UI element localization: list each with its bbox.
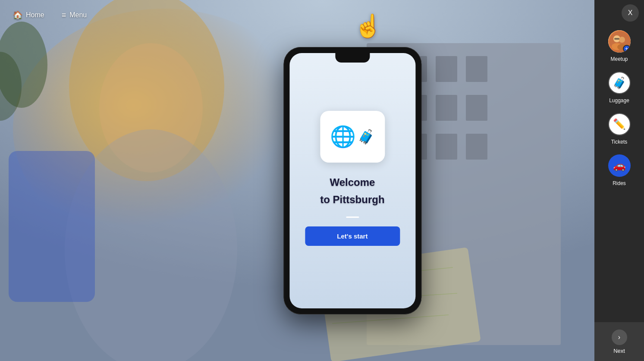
svg-rect-18 [9, 151, 95, 302]
hand-cursor-icon: ☝ [354, 13, 382, 39]
meetup-plus-badge: + [623, 45, 631, 53]
phone-frame: 🌐 🧳 Welcome to Pittsburgh Let's start [283, 47, 421, 314]
globe-icon: 🌐 [330, 125, 356, 149]
app-icon-card: 🌐 🧳 [320, 111, 385, 163]
welcome-divider [346, 217, 359, 218]
tickets-label: Tickets [611, 139, 628, 145]
svg-rect-4 [436, 56, 457, 82]
phone-screen: 🌐 🧳 Welcome to Pittsburgh Let's start [289, 53, 415, 308]
menu-nav-item[interactable]: ≡ Menu [62, 11, 87, 20]
close-button[interactable]: X [622, 4, 639, 22]
phone-notch [335, 53, 370, 63]
luggage-app-icon: 🧳 [358, 129, 375, 145]
sidebar-item-rides[interactable]: 🚗 Rides [608, 154, 631, 186]
sidebar-item-meetup[interactable]: + Meetup [608, 30, 631, 62]
welcome-line1: Welcome [320, 176, 384, 189]
luggage-icon: 🧳 [613, 76, 626, 90]
meetup-icon-circle: + [608, 30, 631, 53]
home-icon: 🏠 [13, 10, 22, 20]
sidebar-item-tickets[interactable]: ✏️ Tickets [608, 113, 631, 145]
luggage-label: Luggage [609, 97, 629, 104]
svg-rect-13 [466, 134, 487, 160]
svg-rect-30 [614, 38, 619, 40]
right-sidebar: X + Meetup 🧳 [594, 0, 644, 361]
sidebar-item-luggage[interactable]: 🧳 Luggage [608, 72, 631, 104]
menu-icon: ≡ [62, 11, 66, 20]
next-button[interactable]: › Next [594, 322, 644, 361]
luggage-icon-circle: 🧳 [608, 72, 631, 94]
lets-start-button[interactable]: Let's start [305, 226, 400, 246]
welcome-line2: to Pittsburgh [320, 193, 384, 206]
next-label: Next [613, 348, 625, 354]
menu-label: Menu [69, 11, 87, 19]
svg-rect-9 [466, 95, 487, 121]
rides-label: Rides [613, 180, 626, 186]
next-chevron-icon: › [612, 330, 627, 345]
meetup-label: Meetup [610, 56, 628, 62]
rides-icon: 🚗 [613, 160, 626, 172]
home-nav-item[interactable]: 🏠 Home [13, 10, 44, 20]
top-navigation: 🏠 Home ≡ Menu [0, 0, 556, 30]
home-label: Home [26, 11, 44, 19]
svg-rect-12 [436, 134, 457, 160]
tickets-icon-circle: ✏️ [608, 113, 631, 135]
tickets-icon: ✏️ [613, 118, 626, 130]
svg-point-27 [619, 37, 625, 43]
svg-rect-8 [436, 95, 457, 121]
rides-icon-circle: 🚗 [608, 154, 631, 177]
svg-rect-5 [466, 56, 487, 82]
phone-mockup: 🌐 🧳 Welcome to Pittsburgh Let's start [283, 47, 421, 314]
